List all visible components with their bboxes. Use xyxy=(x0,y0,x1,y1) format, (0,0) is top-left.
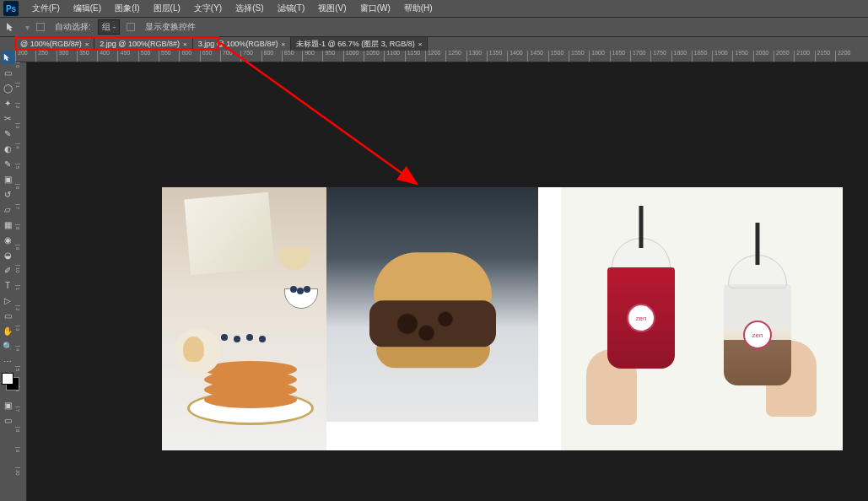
menu-file[interactable]: 文件(F) xyxy=(25,3,67,14)
tab-close-icon[interactable]: × xyxy=(85,40,89,48)
healing-tool[interactable]: ◐ xyxy=(1,142,14,155)
eraser-tool[interactable]: ▱ xyxy=(1,202,14,216)
lasso-tool[interactable]: ◯ xyxy=(1,81,14,94)
stamp-tool[interactable]: ▣ xyxy=(1,172,14,186)
document-canvas[interactable]: zen zen xyxy=(162,187,843,450)
doc-tab-1[interactable]: @ 100%(RGB/8#)× xyxy=(15,37,94,51)
eyedropper-tool[interactable]: ✎ xyxy=(1,127,14,140)
menu-filter[interactable]: 滤镜(T) xyxy=(271,3,312,14)
history-brush-tool[interactable]: ↺ xyxy=(1,187,14,201)
document-tabs: @ 100%(RGB/8#)× 2.jpg @ 100%(RGB/8#)× 3.… xyxy=(0,37,868,51)
crop-tool[interactable]: ✂ xyxy=(1,111,14,125)
transform-checkbox[interactable] xyxy=(127,23,135,31)
move-tool[interactable] xyxy=(1,51,14,64)
tab-close-icon[interactable]: × xyxy=(418,40,423,48)
dodge-tool[interactable]: ◒ xyxy=(1,248,14,261)
hand-tool[interactable]: ✋ xyxy=(1,324,14,337)
gradient-tool[interactable]: ▦ xyxy=(1,218,14,231)
pen-tool[interactable]: ✐ xyxy=(1,263,14,277)
menu-bar: Ps 文件(F) 编辑(E) 图象(I) 图层(L) 文字(Y) 选择(S) 滤… xyxy=(0,0,868,17)
layer-group-dropdown[interactable]: 组 ÷ xyxy=(98,19,121,35)
doc-tab-4[interactable]: 未标题-1 @ 66.7% (图层 3, RGB/8)× xyxy=(291,37,428,51)
autoselect-checkbox[interactable] xyxy=(36,23,45,31)
tab-close-icon[interactable]: × xyxy=(183,40,187,48)
doc-tab-3[interactable]: 3.jpg @ 100%(RGB/8#)× xyxy=(193,37,291,51)
app-logo: Ps xyxy=(3,1,19,16)
magic-wand-tool[interactable]: ✦ xyxy=(1,96,14,110)
ruler-vertical[interactable]: 0 1 2 3 4 5 6 7 8 9 10 1 2 3 4 5 6 7 8 9… xyxy=(15,62,27,501)
autoselect-label: 自动选择: xyxy=(55,21,91,33)
transform-label: 显示变换控件 xyxy=(145,21,196,33)
menu-help[interactable]: 帮助(H) xyxy=(397,3,439,14)
quickmask-tool[interactable]: ▣ xyxy=(1,398,14,412)
marquee-tool[interactable]: ▭ xyxy=(1,66,14,79)
menu-type[interactable]: 文字(Y) xyxy=(187,3,229,14)
path-tool[interactable]: ▷ xyxy=(1,294,14,307)
edit-toolbar[interactable]: ⋯ xyxy=(1,354,14,368)
screenmode-tool[interactable]: ▭ xyxy=(1,413,14,427)
placed-image-2[interactable] xyxy=(326,187,538,422)
doc-tab-2[interactable]: 2.jpg @ 100%(RGB/8#)× xyxy=(94,37,192,51)
placed-image-1[interactable] xyxy=(162,187,326,450)
tab-close-icon[interactable]: × xyxy=(281,40,285,48)
ruler-horizontal[interactable]: 200 250 300 350 400 450 500 550 600 650 … xyxy=(15,51,868,62)
tools-panel: ▭ ◯ ✦ ✂ ✎ ◐ ✎ ▣ ↺ ▱ ▦ ◉ ◒ ✐ T ▷ ▭ ✋ 🔍 ⋯ … xyxy=(0,37,15,427)
brush-tool[interactable]: ✎ xyxy=(1,157,14,170)
move-tool-icon[interactable] xyxy=(3,19,19,35)
menu-select[interactable]: 选择(S) xyxy=(229,3,270,14)
canvas-area[interactable]: zen zen xyxy=(27,62,868,501)
blur-tool[interactable]: ◉ xyxy=(1,233,14,246)
menu-view[interactable]: 视图(V) xyxy=(311,3,353,14)
foreground-bg-colors[interactable] xyxy=(2,373,13,385)
menu-window[interactable]: 窗口(W) xyxy=(353,3,397,14)
type-tool[interactable]: T xyxy=(1,278,14,292)
placed-image-3[interactable]: zen zen xyxy=(561,187,842,450)
zoom-tool[interactable]: 🔍 xyxy=(1,339,14,353)
options-bar: ▾ 自动选择: 组 ÷ 显示变换控件 xyxy=(0,17,868,37)
menu-image[interactable]: 图象(I) xyxy=(108,3,146,14)
menu-edit[interactable]: 编辑(E) xyxy=(67,3,108,14)
shape-tool[interactable]: ▭ xyxy=(1,309,14,322)
menu-layer[interactable]: 图层(L) xyxy=(147,3,187,14)
